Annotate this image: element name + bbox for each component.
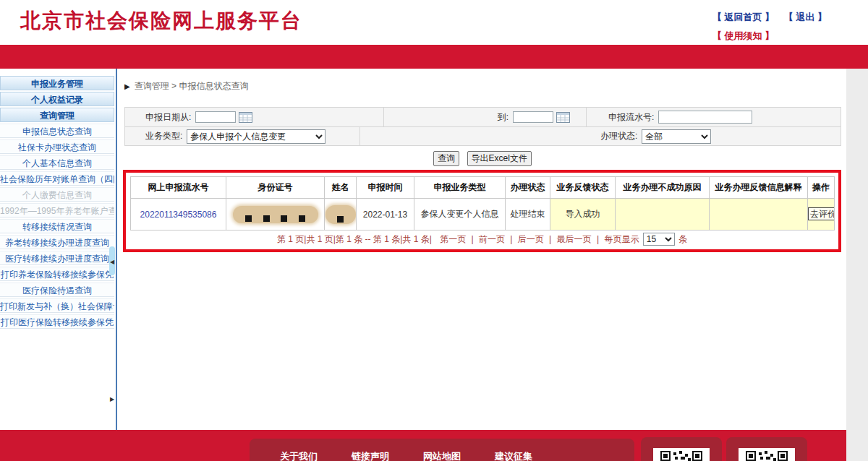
sidebar-collapse-icon[interactable]: ◀ xyxy=(110,259,114,265)
last-page-link[interactable]: 最后一页 xyxy=(557,234,592,244)
cell-status: 处理结束 xyxy=(506,199,550,231)
breadcrumb-arrow-icon: ▶ xyxy=(124,82,130,90)
date-from-label: 申报日期从: xyxy=(145,111,191,124)
process-status-select[interactable]: 全部 xyxy=(642,129,711,144)
date-to-input[interactable] xyxy=(513,111,553,123)
main-content: ▶查询管理 > 申报信息状态查询 申报日期从: 到: 申报流水号: xyxy=(120,69,845,430)
breadcrumb: ▶查询管理 > 申报信息状态查询 xyxy=(124,80,845,92)
next-page-link[interactable]: 后一页 xyxy=(518,234,544,244)
footer-link-suggestion[interactable]: 建议征集 xyxy=(495,450,532,461)
per-page-select[interactable]: 15 xyxy=(643,233,675,246)
logout-link[interactable]: 【 退出 】 xyxy=(784,12,827,22)
col-header-feedback-status: 业务反馈状态 xyxy=(550,177,616,199)
cell-serial: 2022011349535086 xyxy=(131,199,226,231)
calendar-icon[interactable] xyxy=(556,112,570,123)
calendar-icon[interactable] xyxy=(239,112,252,123)
separator: | xyxy=(510,234,512,244)
sidebar-item-print-new-card[interactable]: 打印新发与补（换）社会保障卡领 xyxy=(0,298,114,313)
cell-feedback-info xyxy=(710,199,808,231)
date-to-label: 到: xyxy=(498,111,509,124)
top-header: 北京市社会保险网上服务平台 【 返回首页 】 【 退出 】 【 使用须知 】 xyxy=(0,0,868,45)
footer-qr-panel xyxy=(726,437,807,461)
business-type-label: 业务类型: xyxy=(145,130,182,142)
col-header-name: 姓名 xyxy=(325,177,357,199)
footer-link-sitemap[interactable]: 网站地图 xyxy=(423,450,461,461)
sidebar-item-query-management[interactable]: 查询管理 xyxy=(0,108,114,122)
site-title: 北京市社会保险网上服务平台 xyxy=(20,7,302,35)
col-header-id-number: 身份证号 xyxy=(226,177,325,199)
query-button[interactable]: 查询 xyxy=(433,151,459,166)
sidebar-item-personal-rights[interactable]: 个人权益记录 xyxy=(0,92,114,106)
col-header-status: 办理状态 xyxy=(506,177,550,199)
sidebar-item-declare-business[interactable]: 申报业务管理 xyxy=(0,76,114,90)
sidebar-item-print-pension-transfer[interactable]: 打印养老保险转移接续参保凭 xyxy=(0,267,114,281)
separator: | xyxy=(471,234,473,244)
redacted-id-number xyxy=(233,206,318,223)
sidebar-item-social-card-status[interactable]: 社保卡办理状态查询 xyxy=(0,139,114,154)
table-row: 2022011349535086 2022-01-13 参保人变更个人信息 处理… xyxy=(131,199,835,231)
footer-link-statement[interactable]: 链接声明 xyxy=(352,450,389,461)
result-table: 网上申报流水号 身份证号 姓名 申报时间 申报业务类型 办理状态 业务反馈状态 … xyxy=(130,176,835,231)
breadcrumb-text: 查询管理 > 申报信息状态查询 xyxy=(135,81,249,91)
qr-code-icon xyxy=(653,448,710,461)
footer-links-panel: 关于我们 链接声明 网站地图 建议征集 xyxy=(250,439,634,461)
pagination-summary: 第 1 页|共 1 页|第 1 条 -- 第 1 条|共 1 条| xyxy=(277,234,432,244)
serial-link[interactable]: 2022011349535086 xyxy=(140,210,217,220)
cell-operation: 去评价 xyxy=(808,199,835,231)
filter-form: 申报日期从: 到: 申报流水号: 业务类型: xyxy=(124,107,841,146)
sidebar-item-1992-1995-account-query: 1992年—1995年养老年账户查询 xyxy=(0,203,114,217)
table-header-row: 网上申报流水号 身份证号 姓名 申报时间 申报业务类型 办理状态 业务反馈状态 … xyxy=(131,177,835,199)
result-highlight-box: 网上申报流水号 身份证号 姓名 申报时间 申报业务类型 办理状态 业务反馈状态 … xyxy=(123,170,841,252)
redacted-name xyxy=(326,205,356,224)
usage-notice-link[interactable]: 【 使用须知 】 xyxy=(712,30,774,43)
cell-biz-type: 参保人变更个人信息 xyxy=(414,199,506,231)
page-right-margin xyxy=(846,69,868,461)
red-banner xyxy=(0,45,868,69)
sidebar-item-pension-transfer-progress[interactable]: 养老转移接续办理进度查询 xyxy=(0,235,114,249)
footer-qr-panel xyxy=(641,437,722,461)
sidebar-item-declare-status-query[interactable]: 申报信息状态查询 xyxy=(0,124,114,138)
date-from-input[interactable] xyxy=(195,111,236,123)
sidebar-item-transfer-status-query[interactable]: 转移接续情况查询 xyxy=(0,219,114,233)
cell-name xyxy=(325,199,357,231)
separator: | xyxy=(549,234,551,244)
separator: | xyxy=(597,234,599,244)
sidebar-item-basic-info-query[interactable]: 个人基本信息查询 xyxy=(0,155,114,170)
business-type-select[interactable]: 参保人申报个人信息变更 xyxy=(187,129,326,144)
process-status-label: 办理状态: xyxy=(600,130,637,142)
rate-button[interactable]: 去评价 xyxy=(808,207,835,220)
cell-feedback-status: 导入成功 xyxy=(550,199,616,231)
footer: 关于我们 链接声明 网站地图 建议征集 xyxy=(0,430,846,461)
per-page-unit: 条 xyxy=(678,234,687,244)
col-header-biz-type: 申报业务类型 xyxy=(414,177,506,199)
cell-declare-time: 2022-01-13 xyxy=(357,199,414,231)
pagination-bar: 第 1 页|共 1 页|第 1 条 -- 第 1 条|共 1 条| 第一页 | … xyxy=(130,231,834,248)
first-page-link[interactable]: 第一页 xyxy=(440,234,466,244)
sidebar-item-payment-info-query: 个人缴费信息查询 xyxy=(0,187,114,202)
footer-link-about[interactable]: 关于我们 xyxy=(280,450,318,461)
per-page-label: 每页显示 xyxy=(604,234,639,244)
export-excel-button[interactable]: 导出Excel文件 xyxy=(467,151,532,166)
col-header-declare-time: 申报时间 xyxy=(357,177,414,199)
cell-fail-reason xyxy=(616,199,710,231)
return-home-link[interactable]: 【 返回首页 】 xyxy=(712,12,774,22)
sidebar-item-print-medical-transfer[interactable]: 打印医疗保险转移接续参保凭 xyxy=(0,314,114,329)
qr-code-icon xyxy=(739,448,795,461)
sidebar-item-medical-transfer-progress[interactable]: 医疗转移接续办理进度查询 xyxy=(0,251,114,265)
cell-id-number xyxy=(226,199,325,231)
col-header-fail-reason: 业务办理不成功原因 xyxy=(616,177,710,199)
sidebar-divider xyxy=(116,69,117,430)
col-header-feedback-info: 业务办理反馈信息解释 xyxy=(710,177,808,199)
serial-number-input[interactable] xyxy=(658,111,752,124)
sidebar-item-annual-statement-query[interactable]: 社会保险历年对账单查询（四险 xyxy=(0,171,114,186)
sidebar-item-medical-benefit-query[interactable]: 医疗保险待遇查询 xyxy=(0,283,114,297)
col-header-serial: 网上申报流水号 xyxy=(131,177,226,199)
sidebar-menu: 申报业务管理 个人权益记录 查询管理 申报信息状态查询 社保卡办理状态查询 个人… xyxy=(0,76,114,330)
col-header-operation: 操作 xyxy=(808,177,835,199)
sidebar-scroll-down-icon[interactable]: ▶ xyxy=(110,396,114,402)
prev-page-link[interactable]: 前一页 xyxy=(479,234,505,244)
serial-number-label: 申报流水号: xyxy=(608,111,654,124)
